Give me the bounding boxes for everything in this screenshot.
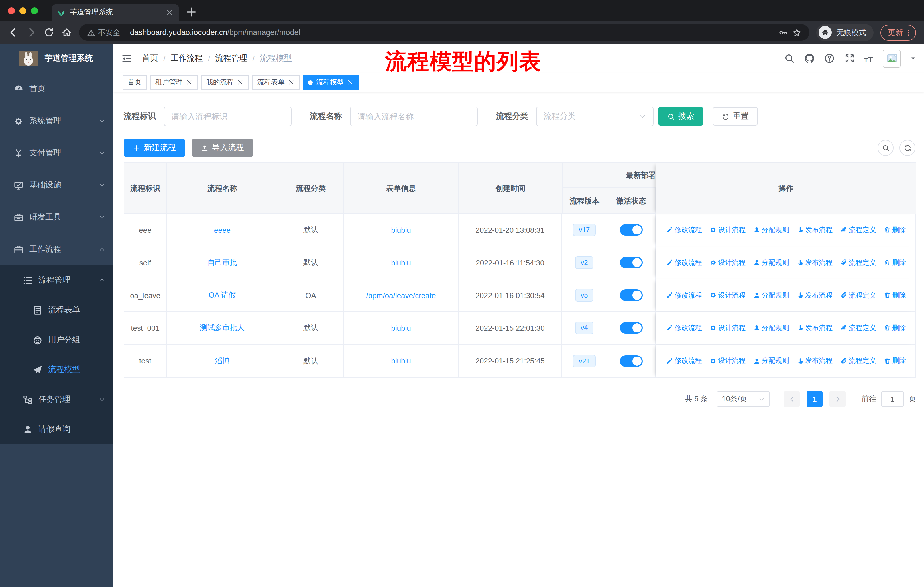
action-流程定义[interactable]: 流程定义 [840,290,876,300]
tag-我的流程[interactable]: 我的流程 [201,75,249,90]
action-发布流程[interactable]: 发布流程 [797,258,833,268]
active-toggle[interactable] [620,322,643,334]
browser-tab[interactable]: 芋道管理系统 [51,4,179,21]
new-tab-button[interactable] [186,6,197,18]
process-category-select[interactable]: 流程分类 [536,107,653,126]
action-设计流程[interactable]: 设计流程 [710,290,746,300]
sidebar-item-流程表单[interactable]: 流程表单 [0,295,114,325]
action-发布流程[interactable]: 发布流程 [797,323,833,333]
create-process-button[interactable]: 新建流程 [124,139,185,157]
font-size-icon[interactable]: TT [864,53,873,64]
action-发布流程[interactable]: 发布流程 [797,290,833,300]
action-删除[interactable]: 删除 [884,290,906,300]
action-分配规则[interactable]: 分配规则 [753,225,789,235]
github-icon[interactable] [804,53,814,64]
browser-update-button[interactable]: 更新 [881,24,916,40]
sidebar-item-系统管理[interactable]: 系统管理 [0,105,114,137]
refresh-table-button[interactable] [899,140,916,156]
form-info-link[interactable]: biubiu [391,324,411,332]
search-button[interactable]: 搜索 [658,107,703,126]
action-发布流程[interactable]: 发布流程 [797,356,833,366]
action-分配规则[interactable]: 分配规则 [753,323,789,333]
page-number-button[interactable]: 1 [807,391,823,407]
sidebar-item-用户分组[interactable]: 用户分组 [0,325,114,355]
active-toggle[interactable] [620,355,643,367]
process-name-link[interactable]: OA 请假 [208,290,236,300]
close-icon[interactable] [186,79,193,85]
action-设计流程[interactable]: 设计流程 [710,225,746,235]
avatar-caret-icon[interactable] [910,56,916,61]
action-设计流程[interactable]: 设计流程 [710,258,746,268]
sidebar-item-支付管理[interactable]: 支付管理 [0,137,114,169]
sidebar-item-流程管理[interactable]: 流程管理 [0,265,114,295]
close-icon[interactable] [288,79,294,85]
action-删除[interactable]: 删除 [884,323,906,333]
process-name-link[interactable]: 自己审批 [207,257,237,268]
sidebar-item-首页[interactable]: 首页 [0,73,114,105]
page-size-select[interactable]: 10条/页 [717,391,770,407]
address-bar[interactable]: 不安全 dashboard.yudao.iocoder.cn/bpm/manag… [79,24,809,41]
prev-page-button[interactable] [784,391,800,407]
security-indicator[interactable]: 不安全 [87,27,120,38]
forward-button[interactable] [26,27,37,38]
home-button[interactable] [61,27,72,38]
fullscreen-icon[interactable] [844,53,855,64]
action-修改流程[interactable]: 修改流程 [666,258,702,268]
action-流程定义[interactable]: 流程定义 [840,323,876,333]
search-icon[interactable] [784,53,794,64]
tag-首页[interactable]: 首页 [122,75,147,90]
help-icon[interactable] [824,53,834,64]
process-key-input[interactable] [164,107,292,126]
close-icon[interactable] [237,79,243,85]
collapse-sidebar-icon[interactable] [121,53,132,64]
close-icon[interactable] [347,79,353,85]
action-设计流程[interactable]: 设计流程 [710,356,746,366]
tag-流程表单[interactable]: 流程表单 [252,75,300,90]
sidebar-item-工作流程[interactable]: 工作流程 [0,233,114,265]
action-流程定义[interactable]: 流程定义 [840,258,876,268]
goto-page-input[interactable] [881,391,904,407]
process-name-link[interactable]: 测试多审批人 [200,323,244,333]
action-流程定义[interactable]: 流程定义 [840,225,876,235]
import-process-button[interactable]: 导入流程 [192,139,253,157]
action-修改流程[interactable]: 修改流程 [666,290,702,300]
sidebar-item-研发工具[interactable]: 研发工具 [0,201,114,233]
kebab-menu-icon[interactable] [904,28,912,36]
show-search-button[interactable] [878,140,894,156]
back-button[interactable] [8,27,19,38]
action-删除[interactable]: 删除 [884,356,906,366]
process-name-link[interactable]: 滔博 [215,356,230,366]
breadcrumb-item[interactable]: 流程管理 [215,53,248,64]
form-info-link[interactable]: biubiu [391,357,411,365]
sidebar-item-基础设施[interactable]: 基础设施 [0,169,114,201]
key-icon[interactable] [779,28,788,37]
active-toggle[interactable] [620,224,643,236]
form-info-link[interactable]: biubiu [391,258,411,267]
action-删除[interactable]: 删除 [884,225,906,235]
reset-button[interactable]: 重置 [713,107,758,126]
action-修改流程[interactable]: 修改流程 [666,323,702,333]
bookmark-star-icon[interactable] [792,28,802,37]
action-修改流程[interactable]: 修改流程 [666,356,702,366]
avatar[interactable] [883,50,901,67]
action-删除[interactable]: 删除 [884,258,906,268]
active-toggle[interactable] [620,289,643,301]
process-name-input[interactable] [350,107,478,126]
sidebar-item-请假查询[interactable]: 请假查询 [0,415,114,444]
tab-close-icon[interactable] [165,8,173,17]
sidebar-item-流程模型[interactable]: 流程模型 [0,355,114,385]
sidebar-item-任务管理[interactable]: 任务管理 [0,385,114,415]
tag-租户管理[interactable]: 租户管理 [150,75,198,90]
tag-流程模型[interactable]: 流程模型 [303,75,359,90]
breadcrumb-item[interactable]: 首页 [142,53,158,64]
maximize-window-button[interactable] [31,7,38,14]
close-window-button[interactable] [8,7,15,14]
active-toggle[interactable] [620,257,643,268]
action-设计流程[interactable]: 设计流程 [710,323,746,333]
action-分配规则[interactable]: 分配规则 [753,258,789,268]
action-流程定义[interactable]: 流程定义 [840,356,876,366]
action-分配规则[interactable]: 分配规则 [753,290,789,300]
form-info-link[interactable]: biubiu [391,226,411,234]
action-发布流程[interactable]: 发布流程 [797,225,833,235]
next-page-button[interactable] [830,391,845,407]
